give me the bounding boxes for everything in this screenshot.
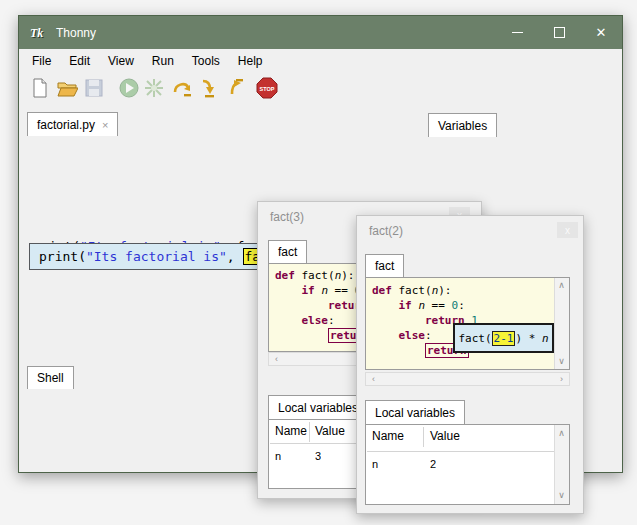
code-line: if n == 0: (372, 298, 478, 313)
close-button[interactable]: ✕ (580, 16, 622, 49)
column-header-name[interactable]: Name (372, 429, 404, 443)
column-divider[interactable] (423, 427, 424, 447)
editor-tab-label: factorial.py (37, 118, 95, 132)
save-file-button[interactable] (83, 77, 105, 99)
svg-text:STOP: STOP (260, 86, 275, 92)
active-statement-box: print("Its factorial is", fact(3)) (29, 243, 287, 270)
column-header-name[interactable]: Name (275, 424, 307, 438)
table-row-value[interactable]: 2 (430, 458, 436, 470)
table-row-name[interactable]: n (372, 458, 378, 470)
stop-button[interactable]: STOP (256, 77, 278, 99)
screenshot-stage: Tk Thonny ✕ File Edit View Run Tools Hel… (0, 0, 637, 525)
open-file-button[interactable] (56, 77, 78, 99)
maximize-button[interactable] (538, 16, 580, 49)
table-row-name[interactable]: n (275, 450, 281, 462)
stop-icon: STOP (256, 77, 278, 99)
minimize-icon (512, 32, 523, 33)
run-icon (118, 77, 140, 99)
scroll-left-icon[interactable]: ‹ (270, 355, 283, 364)
column-header-value[interactable]: Value (315, 424, 345, 438)
tab-factorial-py[interactable]: factorial.py × (27, 112, 118, 136)
step-into-icon (198, 77, 220, 99)
tab-local-variables[interactable]: Local variables (365, 400, 465, 424)
frame-window-fact2[interactable]: fact(2) x fact def fact(n): if n == 0: r… (356, 215, 584, 514)
window-title: Thonny (56, 26, 96, 40)
close-icon: x (565, 225, 570, 236)
menu-tools[interactable]: Tools (183, 51, 229, 71)
scroll-left-icon[interactable]: ‹ (367, 375, 380, 384)
step-out-button[interactable] (223, 77, 245, 99)
scroll-down-icon[interactable]: ∨ (555, 357, 568, 366)
menu-file[interactable]: File (23, 51, 60, 71)
maximize-icon (554, 27, 565, 38)
frame-title: fact(2) (369, 224, 403, 238)
code-vertical-scrollbar[interactable]: ∧ ∨ (554, 278, 569, 369)
step-out-icon (223, 77, 245, 99)
step-into-button[interactable] (198, 77, 220, 99)
menu-edit[interactable]: Edit (60, 51, 99, 71)
menu-view[interactable]: View (99, 51, 143, 71)
step-over-icon (171, 77, 193, 99)
open-folder-icon (56, 77, 78, 99)
title-bar[interactable]: Tk Thonny ✕ (19, 16, 622, 49)
tab-fact[interactable]: fact (365, 254, 404, 277)
menu-run[interactable]: Run (143, 51, 183, 71)
horizontal-scrollbar[interactable]: ‹ › (365, 372, 570, 386)
shell-tab-label: Shell (37, 371, 64, 385)
menu-help[interactable]: Help (229, 51, 272, 71)
table-row-value[interactable]: 3 (315, 450, 321, 462)
menu-bar: File Edit View Run Tools Help (19, 49, 622, 72)
active-call-box: fact(2-1) * n (453, 323, 554, 353)
frame-close-button[interactable]: x (557, 222, 578, 238)
close-icon: ✕ (596, 26, 607, 39)
new-file-button[interactable] (29, 77, 51, 99)
local-variables-table: Name Value n 2 ∧ ∨ (365, 424, 570, 505)
run-script-button[interactable] (118, 77, 140, 99)
tab-shell[interactable]: Shell (27, 366, 74, 389)
header-underline (367, 451, 555, 452)
new-file-icon (29, 77, 51, 99)
variables-tab-label: Variables (438, 119, 487, 133)
locals-tab-label: Local variables (375, 406, 455, 420)
frame-tab-label: fact (375, 259, 394, 273)
thonny-app-icon: Tk (30, 25, 48, 41)
scroll-down-icon[interactable]: ∨ (555, 491, 568, 500)
scroll-right-icon[interactable]: › (555, 375, 568, 384)
scroll-up-icon[interactable]: ∧ (555, 281, 568, 290)
tab-fact[interactable]: fact (268, 240, 307, 263)
minimize-button[interactable] (496, 16, 538, 49)
column-header-value[interactable]: Value (430, 429, 460, 443)
tab-variables[interactable]: Variables (428, 113, 497, 137)
debug-icon (143, 77, 165, 99)
locals-vertical-scrollbar[interactable]: ∧ ∨ (554, 425, 569, 504)
tab-local-variables[interactable]: Local variables (268, 395, 368, 419)
tab-close-icon[interactable]: × (102, 119, 108, 131)
locals-tab-label: Local variables (278, 401, 358, 415)
save-icon (83, 77, 105, 99)
frame-title: fact(3) (270, 210, 304, 224)
step-over-button[interactable] (171, 77, 193, 99)
code-line: def fact(n): (372, 283, 478, 298)
column-divider[interactable] (309, 422, 310, 442)
toolbar: STOP (19, 72, 622, 105)
debug-script-button[interactable] (143, 77, 165, 99)
scroll-up-icon[interactable]: ∧ (555, 429, 568, 438)
frame-tab-label: fact (278, 245, 297, 259)
